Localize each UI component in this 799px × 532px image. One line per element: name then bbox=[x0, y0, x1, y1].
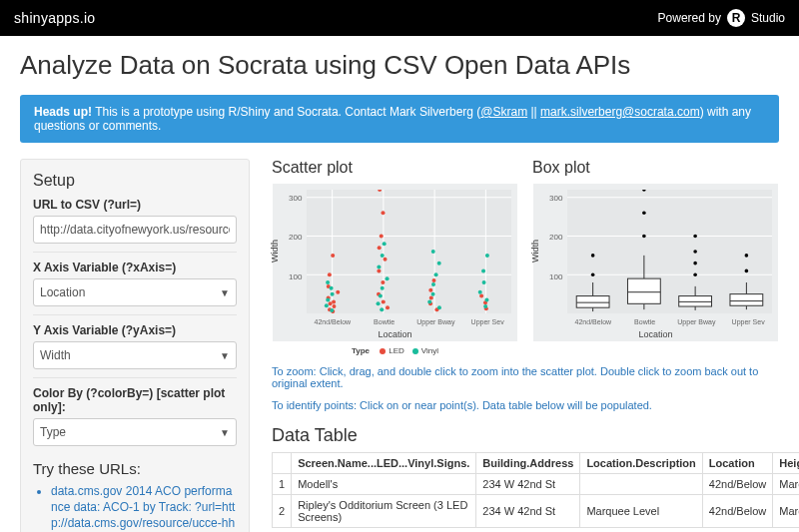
scatter-point[interactable] bbox=[478, 290, 482, 294]
brand[interactable]: shinyapps.io bbox=[14, 10, 95, 26]
colorby-select[interactable]: Type▼ bbox=[33, 418, 237, 446]
chevron-down-icon: ▼ bbox=[220, 350, 230, 361]
scatter-point[interactable] bbox=[377, 301, 381, 305]
scatter-title: Scatter plot bbox=[272, 159, 518, 177]
legend-label: Vinyl bbox=[421, 346, 438, 355]
outlier-point bbox=[642, 235, 646, 239]
hint-identify: To identify points: Click on or near poi… bbox=[272, 399, 779, 411]
scatter-point[interactable] bbox=[434, 272, 438, 276]
xaxis-select[interactable]: Location▼ bbox=[33, 278, 237, 306]
scatter-point[interactable] bbox=[484, 297, 488, 301]
setup-heading: Setup bbox=[33, 172, 237, 190]
scatter-point[interactable] bbox=[336, 290, 340, 294]
scatter-point[interactable] bbox=[380, 235, 384, 239]
col-header[interactable]: Screen.Name...LED...Vinyl.Signs. bbox=[292, 453, 476, 474]
scatter-plot-box: Scatter plot Width Location 100200300 42… bbox=[272, 159, 518, 355]
x-tick: Bowtie bbox=[634, 318, 655, 325]
box-plot-box: Box plot Width Location 100200300 42nd/B… bbox=[532, 159, 779, 355]
yaxis-select[interactable]: Width▼ bbox=[33, 341, 237, 369]
table-row[interactable]: 1Modell's234 W 42nd St42nd/BelowMarqueeL… bbox=[273, 474, 800, 495]
scatter-point[interactable] bbox=[431, 292, 435, 296]
x-tick: 42nd/Below bbox=[575, 318, 612, 325]
legend-title: Type bbox=[352, 346, 370, 355]
scatter-point[interactable] bbox=[431, 278, 435, 282]
scatter-point[interactable] bbox=[381, 211, 385, 215]
scatter-point[interactable] bbox=[431, 282, 435, 286]
outlier-point bbox=[693, 235, 697, 239]
xaxis-value: Location bbox=[40, 285, 85, 299]
scatter-point[interactable] bbox=[481, 268, 485, 272]
y-tick: 200 bbox=[549, 233, 562, 242]
cell: 234 W 42nd St bbox=[476, 495, 580, 528]
alert-link-twitter[interactable]: @Skram bbox=[480, 105, 527, 119]
scatter-point[interactable] bbox=[482, 280, 486, 284]
topbar: shinyapps.io Powered by R Studio bbox=[0, 0, 799, 36]
scatter-point[interactable] bbox=[381, 286, 385, 290]
scatter-point[interactable] bbox=[377, 268, 381, 272]
scatter-point[interactable] bbox=[330, 286, 334, 290]
scatter-point[interactable] bbox=[386, 276, 390, 280]
scatter-point[interactable] bbox=[326, 280, 330, 284]
scatter-point[interactable] bbox=[381, 280, 385, 284]
yaxis-value: Width bbox=[40, 348, 71, 362]
scatter-point[interactable] bbox=[330, 308, 334, 312]
scatter-point[interactable] bbox=[381, 254, 385, 258]
col-header[interactable]: Location bbox=[702, 453, 773, 474]
outlier-point bbox=[693, 262, 697, 266]
box-plot[interactable]: Width Location 100200300 42nd/BelowBowti… bbox=[532, 183, 779, 342]
scatter-point[interactable] bbox=[326, 297, 330, 301]
scatter-point[interactable] bbox=[380, 307, 384, 311]
scatter-point[interactable] bbox=[437, 305, 441, 309]
scatter-point[interactable] bbox=[485, 254, 489, 258]
scatter-point[interactable] bbox=[384, 258, 388, 262]
cell: Marquee bbox=[773, 474, 799, 495]
try-item: data.cms.gov 2014 ACO performance data: … bbox=[51, 483, 237, 532]
scatter-point[interactable] bbox=[383, 242, 387, 246]
scatter-legend: Type LEDVinyl bbox=[272, 346, 518, 355]
scatter-point[interactable] bbox=[378, 246, 382, 250]
scatter-point[interactable] bbox=[328, 272, 332, 276]
scatter-point[interactable] bbox=[427, 299, 431, 303]
scatter-point[interactable] bbox=[386, 305, 390, 309]
col-header[interactable]: Height bbox=[773, 453, 799, 474]
try-list: data.cms.gov 2014 ACO performance data: … bbox=[33, 483, 237, 532]
col-header[interactable]: Location.Description bbox=[580, 453, 702, 474]
xaxis-label: X Axis Variable (?xAxis=) bbox=[33, 261, 237, 274]
col-header[interactable]: Building.Address bbox=[476, 453, 580, 474]
scatter-point[interactable] bbox=[331, 254, 335, 258]
scatter-point[interactable] bbox=[429, 296, 433, 300]
outlier-point bbox=[591, 254, 595, 258]
y-tick: 100 bbox=[289, 271, 302, 280]
cell: 2 bbox=[273, 495, 292, 528]
scatter-plot[interactable]: Width Location 100200300 42nd/BelowBowti… bbox=[272, 183, 518, 342]
alert-link-email[interactable]: mark.silverberg@socrata.com bbox=[540, 105, 700, 119]
scatter-point[interactable] bbox=[329, 301, 333, 305]
scatter-point[interactable] bbox=[332, 304, 336, 308]
scatter-point[interactable] bbox=[437, 262, 441, 266]
scatter-point[interactable] bbox=[378, 190, 382, 192]
scatter-point[interactable] bbox=[377, 266, 381, 269]
scatter-point[interactable] bbox=[431, 250, 435, 254]
scatter-point[interactable] bbox=[479, 294, 483, 298]
table-row[interactable]: 2Ripley's Odditorium Screen (3 LED Scree… bbox=[273, 495, 800, 528]
scatter-point[interactable] bbox=[428, 288, 432, 292]
try-heading: Try these URLs: bbox=[33, 460, 237, 477]
url-input[interactable] bbox=[33, 216, 237, 244]
scatter-point[interactable] bbox=[331, 292, 335, 296]
cell: Ripley's Odditorium Screen (3 LED Screen… bbox=[292, 495, 476, 528]
scatter-point[interactable] bbox=[325, 303, 329, 307]
studio-text: Studio bbox=[751, 11, 785, 25]
try-link[interactable]: data.cms.gov 2014 ACO performance data: … bbox=[51, 484, 237, 532]
scatter-point[interactable] bbox=[379, 294, 383, 298]
data-table-section: Data Table Screen.Name...LED...Vinyl.Sig… bbox=[272, 425, 779, 528]
yaxis-label: Y Axis Variable (?yAxis=) bbox=[33, 323, 237, 337]
x-tick: Upper Sev bbox=[471, 318, 504, 325]
y-tick: 300 bbox=[289, 193, 302, 202]
scatter-point[interactable] bbox=[332, 299, 336, 303]
alert-heads: Heads up! bbox=[34, 105, 92, 119]
scatter-point[interactable] bbox=[483, 304, 487, 308]
cell: Marquee Level bbox=[580, 495, 702, 528]
col-header[interactable] bbox=[273, 453, 292, 474]
scatter-point[interactable] bbox=[382, 299, 386, 303]
box bbox=[679, 296, 712, 306]
